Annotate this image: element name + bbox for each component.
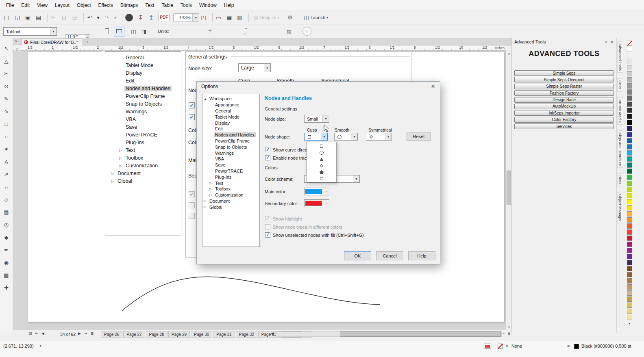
shape-option[interactable] (307, 149, 336, 156)
secondary-color-picker[interactable]: ▾ (304, 199, 329, 207)
pick-tool[interactable]: ↖ (2, 44, 11, 53)
palette-swatch[interactable] (627, 162, 632, 168)
all-pages-icon[interactable]: ◫ (131, 28, 136, 35)
palette-swatch[interactable] (627, 248, 632, 253)
connector-tool[interactable]: ↔ (2, 182, 11, 191)
advanced-tool-button[interactable]: AutoMockUp (514, 104, 614, 109)
advanced-tool-button[interactable]: Simple Seps Overprint (514, 77, 614, 82)
menu-item[interactable]: Window (196, 1, 220, 10)
horizontal-ruler[interactable]: 1/211/221/231/241/251/261/271/281/291/21… (13, 45, 506, 51)
application-launcher[interactable]: ◫Launch▾ (302, 13, 330, 22)
page-tab[interactable]: Page 32 (236, 331, 257, 338)
text-tool[interactable]: A (2, 157, 11, 166)
save-button[interactable]: ▣ (24, 13, 34, 22)
palette-swatch[interactable] (627, 229, 632, 235)
options-tree-item[interactable]: Warnings (202, 150, 259, 156)
menu-item[interactable]: Table (158, 1, 177, 10)
palette-swatch[interactable] (627, 315, 632, 320)
shape-option[interactable] (307, 162, 336, 169)
show-guidelines-button[interactable]: ▥ (236, 13, 246, 22)
page-sorter-button[interactable]: ▤ (28, 331, 32, 335)
options-tree-item[interactable]: ▷Document (202, 198, 259, 204)
palette-swatch[interactable] (627, 77, 632, 82)
palette-scroll-down-icon[interactable]: ▾ (629, 322, 630, 325)
palette-swatch[interactable] (627, 132, 632, 137)
copy-button[interactable]: ⊡ (61, 13, 70, 22)
cusp-shape-combo[interactable] (304, 133, 328, 141)
options-button[interactable]: ⚙ (287, 13, 296, 22)
no-color-swatch[interactable] (627, 41, 632, 46)
import-button[interactable]: ↧ (137, 13, 147, 22)
options-tree-item[interactable]: Save (202, 162, 259, 168)
menu-item[interactable]: Tools (177, 1, 196, 10)
menu-item[interactable]: View (33, 1, 51, 10)
shape-tool[interactable]: △ (2, 56, 11, 65)
options-tree-item[interactable]: Appearance (202, 102, 259, 108)
ok-button[interactable]: OK (344, 251, 371, 260)
menu-item[interactable]: Bitmaps (117, 1, 141, 10)
zoom-tool[interactable]: ⊙ (2, 82, 11, 91)
options-tree-item[interactable]: ▷Global (202, 204, 259, 210)
palette-swatch[interactable] (627, 47, 632, 52)
palette-swatch[interactable] (627, 199, 632, 204)
advanced-tool-button[interactable]: Services (514, 123, 614, 129)
property-bar-flyout-button[interactable]: + (302, 27, 311, 36)
advanced-tool-button[interactable]: Design Base (514, 97, 614, 103)
artistic-media-tool[interactable]: ∿ (2, 107, 11, 116)
shape-option[interactable] (307, 156, 336, 162)
show-rulers-button[interactable]: ▭ (215, 13, 225, 22)
palette-swatch[interactable] (627, 53, 632, 58)
menu-item[interactable]: Object (73, 1, 95, 10)
options-tree-item[interactable]: Edit (202, 126, 259, 132)
palette-swatch[interactable] (627, 205, 632, 210)
palette-swatch[interactable] (627, 187, 632, 192)
reset-button[interactable]: Reset (407, 132, 431, 141)
palette-swatch[interactable] (627, 138, 632, 143)
options-tree-item[interactable]: Display (202, 120, 259, 126)
palette-swatch[interactable] (627, 126, 632, 131)
palette-swatch[interactable] (627, 156, 632, 162)
palette-swatch[interactable] (627, 242, 632, 247)
advanced-tool-button[interactable]: InkSeps Importer (514, 110, 614, 116)
get-more-button[interactable]: ⚫ (125, 13, 136, 22)
docker-close-icon[interactable]: ✕ (611, 40, 614, 44)
menu-item[interactable]: Effects (95, 1, 117, 10)
options-tree-item[interactable]: General (202, 108, 259, 114)
palette-swatch[interactable] (627, 83, 632, 89)
palette-swatch[interactable] (627, 65, 632, 70)
shape-option[interactable] (307, 143, 336, 149)
page-tab[interactable]: Page 27 (123, 331, 145, 338)
undo-dropdown[interactable]: ▾ (97, 13, 102, 22)
palette-swatch[interactable] (627, 89, 632, 95)
open-button[interactable]: ◱ (14, 13, 24, 22)
mesh-fill-tool[interactable]: ▦ (2, 208, 11, 216)
close-docker-icon[interactable]: ✕ (15, 39, 18, 43)
docker-arrows-icon[interactable]: » (605, 40, 607, 44)
palette-swatch[interactable] (627, 296, 632, 302)
options-tree-item[interactable]: ▷Toolbox (202, 186, 259, 192)
menu-item[interactable]: Text (141, 1, 158, 10)
docker-tab[interactable]: Align and Distribute (617, 130, 623, 168)
rectangle-tool[interactable]: □ (2, 119, 11, 128)
smart-fill-tool[interactable]: ◆ (2, 233, 11, 242)
pan-arrows-icon[interactable]: » (503, 331, 505, 335)
zoom-level-combo[interactable]: 143%▾ (173, 13, 199, 22)
options-tree-item[interactable]: ◢Workspace (202, 96, 259, 102)
palette-swatch[interactable] (627, 272, 632, 277)
shape-option[interactable] (307, 169, 336, 175)
docker-tab[interactable]: Advanced Tools (617, 41, 623, 73)
palette-swatch[interactable] (627, 309, 632, 314)
palette-swatch[interactable] (627, 108, 632, 113)
symmetrical-shape-combo[interactable] (366, 133, 392, 141)
page-tab[interactable]: Page 28 (146, 331, 168, 338)
node-size-combo[interactable]: Small (304, 115, 329, 123)
page-size-combo[interactable]: Tabloid (3, 27, 57, 36)
advanced-tool-button[interactable]: Simple Seps Raster (514, 84, 614, 89)
last-page-button[interactable]: ⇥ (84, 331, 87, 335)
tab-scroll-left-icon[interactable]: ◀ (271, 331, 274, 335)
docker-tab[interactable]: Color (617, 78, 623, 92)
options-tree-item[interactable]: VBA (202, 156, 259, 162)
options-tree-item[interactable]: PowerClip Frame (202, 138, 259, 144)
docker-tab[interactable]: Artistic Media (617, 97, 623, 125)
eyedropper-tool[interactable]: ◎ (2, 220, 11, 229)
